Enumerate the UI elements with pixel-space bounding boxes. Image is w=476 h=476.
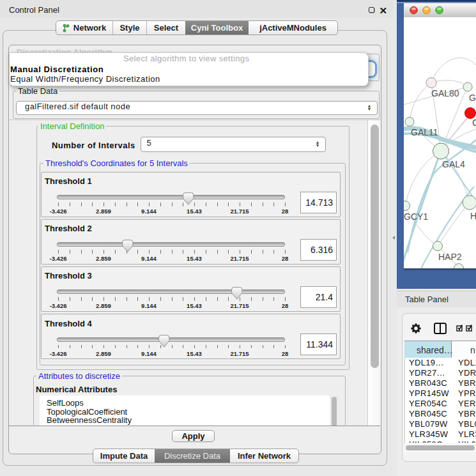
svg-text:GA: GA [469,93,476,103]
svg-text:GCY1: GCY1 [404,211,428,222]
svg-text:HAP2: HAP2 [438,252,462,262]
svg-text:GAL4: GAL4 [442,159,465,169]
svg-text:GAL80: GAL80 [431,88,459,98]
svg-text:H: H [470,211,476,221]
svg-text:C: C [472,118,476,128]
svg-text:GAL11: GAL11 [411,127,438,137]
